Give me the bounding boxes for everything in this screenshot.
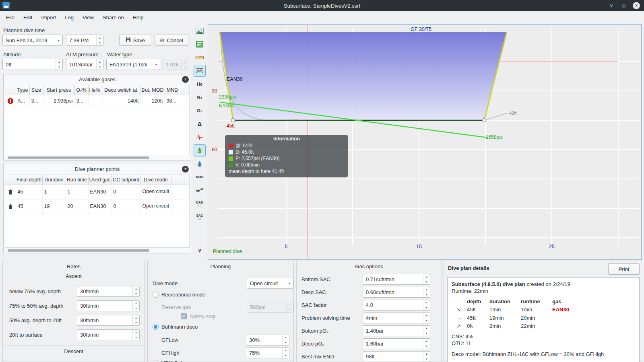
dive-plan-details-panel: Dive plan details Print Subsurface (4.8.…	[444, 261, 643, 362]
dive-profile-chart[interactable]: GF 30/75 30 60 5 15 25 EAN30 2938psi EAN…	[208, 24, 642, 260]
gfhigh-spinbox[interactable]: 75% ▲▼	[246, 348, 289, 358]
add-gas-button[interactable]: +	[182, 76, 189, 83]
planner-point-row[interactable]: 45 19 20 EAN30 0 Open circuit	[5, 199, 189, 214]
dive-mode-combo[interactable]: Open circuit ▼	[247, 278, 293, 289]
maximize-icon[interactable]: ◇	[620, 2, 627, 9]
sac-factor-label: SAC factor	[301, 302, 327, 308]
dive-time-spinbox[interactable]: 7:38 PM ▲▼	[66, 35, 103, 46]
phe-toggle-icon[interactable]: He	[194, 78, 206, 90]
spin-down-icon[interactable]: ▼	[97, 64, 103, 70]
recreational-mode-radio[interactable]	[153, 292, 159, 298]
menu-log[interactable]: Log	[60, 12, 78, 23]
spin-up-icon[interactable]: ▲	[97, 59, 103, 64]
save-button[interactable]: Save	[119, 35, 151, 46]
heart-rate-icon[interactable]	[194, 131, 206, 143]
col-type[interactable]: Type	[16, 85, 29, 95]
collapse-toolbar-icon[interactable]: ∨	[194, 244, 206, 256]
ruler-icon[interactable]	[194, 51, 206, 64]
plan-heading: Subsurface (4.8.5.0) dive plan	[452, 281, 525, 287]
col-start-press[interactable]: Start press	[43, 85, 74, 95]
menu-import[interactable]: Import	[37, 12, 60, 23]
profile-info-tooltip[interactable]: Information @: 6:20 D: 45.0ft P: 2,557ps…	[225, 135, 348, 177]
col-dive-mode[interactable]: Dive mode	[140, 175, 171, 185]
gases-horizontal-scrollbar[interactable]	[8, 156, 149, 159]
col-used-gas[interactable]: Used gas	[88, 175, 111, 185]
bottom-sac-spinbox[interactable]: 0.71cuft/min ▲▼	[363, 274, 430, 285]
col-size[interactable]: Size	[29, 85, 43, 95]
col-run-time[interactable]: Run time	[66, 175, 88, 185]
spin-down-icon[interactable]: ▼	[56, 64, 62, 70]
ead-icon[interactable]: EAD(...)	[194, 197, 206, 210]
reserve-gas-label: Reserve gas	[161, 304, 191, 310]
rate-50to20-spinbox[interactable]: 30ft/min ▲▼	[77, 315, 140, 326]
points-horizontal-scrollbar[interactable]	[8, 249, 149, 252]
start-pressure-label: 2938psi	[219, 94, 236, 100]
tissues-icon[interactable]	[194, 38, 206, 50]
close-icon[interactable]: ×	[633, 2, 640, 9]
diver-icon[interactable]	[194, 184, 206, 196]
gas-row[interactable]: A... 3... 2,938psi 3... 140ft 120ft 98..…	[5, 95, 189, 107]
menu-file[interactable]: File	[2, 12, 19, 23]
dive-date-combo[interactable]: Sun Feb 24, 2019 ▼	[2, 35, 63, 46]
mean-depth-label: 42ft	[509, 111, 516, 115]
atm-pressure-spinbox[interactable]: 1013mbar ▲▼	[66, 59, 103, 70]
calculated-ceiling-icon[interactable]	[194, 65, 206, 77]
water-drop-icon[interactable]	[194, 158, 206, 170]
delta-icon[interactable]: Δ	[194, 118, 206, 130]
planner-point-row[interactable]: 45 1 1 EAN30 0 Open circuit	[5, 185, 189, 199]
waypoint-handle[interactable]	[483, 119, 486, 122]
col-mnd[interactable]: MND	[165, 85, 180, 95]
bottom-po2-spinbox[interactable]: 1.40bar ▲▼	[363, 325, 430, 336]
bottom-po2-label: Bottom pO₂	[301, 328, 328, 334]
add-point-button[interactable]: +	[182, 166, 189, 173]
cancel-button[interactable]: ⊘ Cancel	[155, 35, 188, 46]
rate-20tosurface-spinbox[interactable]: 30ft/min ▲▼	[77, 329, 140, 340]
mod-icon[interactable]: MOD	[194, 171, 206, 183]
sac-factor-spinbox[interactable]: 4.0 ▲▼	[363, 300, 430, 311]
planning-panel: Planning Dive mode Open circuit ▼ Recrea…	[147, 261, 294, 362]
col-duration[interactable]: Duration	[42, 175, 66, 185]
problem-solving-time-spinbox[interactable]: 4min ▲▼	[363, 313, 430, 323]
col-o2[interactable]: O₂%	[74, 85, 88, 95]
best-mix-end-spinbox[interactable]: 98ft ▲▼	[363, 351, 430, 362]
rate-below75-spinbox[interactable]: 30ft/min ▲▼	[77, 286, 140, 297]
waypoint-handle[interactable]	[231, 119, 235, 122]
gflow-spinbox[interactable]: 30% ▲▼	[246, 335, 289, 346]
deco-sac-label: Deco SAC	[301, 289, 326, 295]
altitude-spinbox[interactable]: 0ft ▲▼	[2, 59, 63, 70]
menu-share-on[interactable]: Share on	[98, 12, 128, 23]
gflow-label: GFLow	[161, 337, 178, 343]
vpmb-deco-radio[interactable]	[153, 360, 159, 362]
delete-icon[interactable]	[8, 203, 13, 209]
menu-help[interactable]: Help	[128, 12, 148, 23]
col-deco-switch[interactable]: Deco switch at	[101, 85, 140, 95]
available-gases-title: Available gases +	[4, 74, 191, 84]
buhlmann-deco-radio[interactable]	[153, 324, 159, 330]
photo-icon[interactable]	[194, 25, 206, 37]
safety-stop-label: Safety stop	[190, 313, 216, 319]
spin-up-icon[interactable]: ▲	[56, 59, 62, 64]
deco-po2-spinbox[interactable]: 1.60bar ▲▼	[363, 338, 430, 349]
col-bot-mod[interactable]: Bot. MOD	[140, 85, 165, 95]
delete-icon[interactable]	[8, 189, 13, 194]
legend-chip-darkgreen	[229, 163, 233, 167]
col-cc-setpoint[interactable]: CC setpoint	[111, 175, 140, 185]
chevron-down-icon: ▼	[286, 278, 293, 288]
sac-icon[interactable]: SAC≡⊙	[194, 211, 206, 223]
po2-toggle-icon[interactable]: O₂	[194, 105, 206, 117]
tank-pressure-icon[interactable]	[194, 144, 206, 156]
col-final-depth[interactable]: Final depth	[16, 175, 42, 185]
deco-sac-spinbox[interactable]: 0.60cuft/min ▲▼	[363, 287, 430, 298]
spin-up-icon[interactable]: ▲	[97, 35, 103, 40]
recreational-mode-label: Recreational mode	[161, 292, 205, 298]
print-button[interactable]: Print	[608, 263, 640, 275]
window-title: Subsurface: SampleDivesV2.ssrf	[80, 3, 564, 9]
menu-view[interactable]: View	[78, 12, 98, 23]
pn2-toggle-icon[interactable]: N₂	[194, 91, 206, 103]
shade-icon[interactable]: ∨	[608, 2, 615, 9]
water-type-combo[interactable]: EN13319 (1.02k ▼	[106, 59, 160, 70]
menu-edit[interactable]: Edit	[19, 12, 37, 23]
rate-75to50-spinbox[interactable]: 30ft/min ▲▼	[77, 300, 140, 311]
col-he[interactable]: He%	[88, 85, 101, 95]
spin-down-icon[interactable]: ▼	[97, 40, 103, 45]
